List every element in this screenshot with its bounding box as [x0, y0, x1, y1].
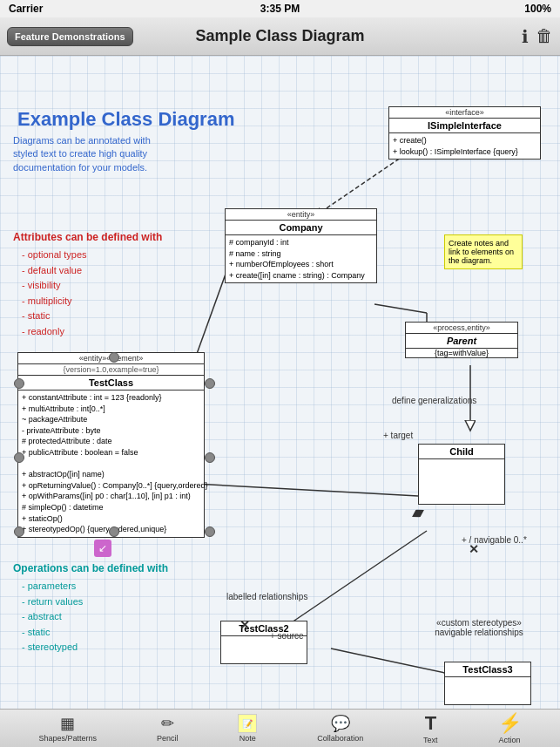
- testclass-version: {version=1.0,example=true}: [18, 364, 204, 376]
- cross-marker-1: ✕: [240, 618, 250, 632]
- testclass2-box[interactable]: TestClass2: [220, 621, 307, 664]
- handle-ml[interactable]: [14, 452, 24, 463]
- back-button[interactable]: Feature Demonstrations: [7, 27, 133, 46]
- shapes-icon: ▦: [60, 714, 75, 733]
- child-name: Child: [419, 445, 504, 459]
- parent-box[interactable]: «process,entity» Parent {tag=withValue}: [405, 322, 518, 358]
- svg-line-5: [179, 483, 418, 496]
- parent-name: Parent: [406, 334, 517, 349]
- attributes-list: - optional types - default value - visib…: [22, 248, 87, 340]
- carrier-label: Carrier: [9, 3, 43, 15]
- attributes-title: Attributes can be defined with: [13, 230, 162, 245]
- nav-title: Sample Class Diagram: [195, 27, 364, 45]
- bottom-toolbar: ▦ Shapes/Patterns ✏ Pencil 📝 Note 💬 Coll…: [0, 709, 560, 747]
- handle-bm[interactable]: [109, 526, 119, 537]
- nav-icons: ℹ 🗑: [522, 26, 553, 47]
- handle-bl[interactable]: [14, 526, 24, 537]
- interface-box[interactable]: «interface» ISimpleInterface + create() …: [388, 106, 541, 160]
- battery-label: 100%: [524, 3, 551, 15]
- time-label: 3:35 PM: [260, 3, 300, 15]
- interface-name: ISimpleInterface: [389, 119, 540, 133]
- toolbar-action[interactable]: ⚡ Action: [498, 712, 522, 744]
- text-icon: T: [425, 712, 436, 735]
- diagram-title: Example Class Diagram: [17, 106, 234, 133]
- source-label: + source: [270, 631, 304, 641]
- handle-mr[interactable]: [205, 452, 215, 463]
- parent-stereotype: «process,entity»: [406, 323, 517, 334]
- sticky-note[interactable]: Create notes and link to elements on the…: [444, 234, 523, 269]
- testclass3-name: TestClass3: [445, 662, 530, 677]
- testclass-members: + constantAttribute : int = 123 {readonl…: [18, 390, 204, 537]
- canvas-area[interactable]: Example Class Diagram Diagrams can be an…: [0, 56, 560, 709]
- handle-br-side[interactable]: [205, 526, 215, 537]
- delete-icon[interactable]: 🗑: [536, 26, 553, 46]
- info-icon[interactable]: ℹ: [522, 26, 529, 47]
- handle-tr[interactable]: [205, 378, 215, 389]
- parent-tag: {tag=withValue}: [406, 349, 517, 357]
- toolbar-text[interactable]: T Text: [423, 712, 438, 744]
- toolbar-collab[interactable]: 💬 Collaboration: [317, 714, 363, 743]
- company-members: # companyId : int # name : string + numb…: [226, 235, 376, 282]
- cross-marker-2: ✕: [469, 542, 479, 556]
- svg-line-1: [374, 304, 427, 313]
- company-stereotype: «entity»: [226, 209, 376, 221]
- operations-list: - parameters - return values - abstract …: [22, 579, 83, 655]
- nav-bar: Feature Demonstrations Sample Class Diag…: [0, 17, 560, 56]
- toolbar-pencil[interactable]: ✏ Pencil: [157, 714, 179, 743]
- status-bar: Carrier 3:35 PM 100%: [0, 0, 560, 17]
- company-box[interactable]: «entity» Company # companyId : int # nam…: [225, 208, 377, 283]
- custom-stereotypes-label: «custom stereotypes» navigable relations…: [427, 618, 531, 637]
- child-box[interactable]: Child: [418, 444, 505, 505]
- testclass-box[interactable]: «entity»«element» {version=1.0,example=t…: [17, 352, 205, 538]
- diagram-subtitle: Diagrams can be annotated with styled te…: [13, 134, 157, 174]
- interface-members: + create() + lookup() : ISimpleInterface…: [389, 133, 540, 159]
- toolbar-shapes[interactable]: ▦ Shapes/Patterns: [38, 714, 97, 743]
- target-label: + target: [383, 431, 413, 440]
- testclass-name: TestClass: [18, 376, 204, 390]
- operations-title: Operations can be defined with: [13, 561, 168, 576]
- collaboration-icon: 💬: [331, 714, 350, 733]
- svg-line-6: [292, 531, 427, 622]
- labelled-relationships-label: labelled relationships: [226, 592, 307, 601]
- action-icon: ⚡: [498, 712, 522, 735]
- toolbar-note[interactable]: 📝 Note: [238, 714, 257, 743]
- handle-tl[interactable]: [14, 378, 24, 389]
- handle-tm[interactable]: [109, 352, 119, 363]
- interface-stereotype: «interface»: [389, 107, 540, 119]
- resize-icon[interactable]: ↙: [94, 540, 111, 557]
- diamond-marker: [410, 506, 427, 521]
- note-icon: 📝: [238, 714, 257, 733]
- testclass3-box[interactable]: TestClass3: [444, 662, 531, 705]
- company-name: Company: [226, 221, 376, 235]
- svg-line-7: [331, 649, 453, 675]
- generalization-label: define generalizations: [392, 396, 476, 405]
- pencil-icon: ✏: [161, 714, 174, 733]
